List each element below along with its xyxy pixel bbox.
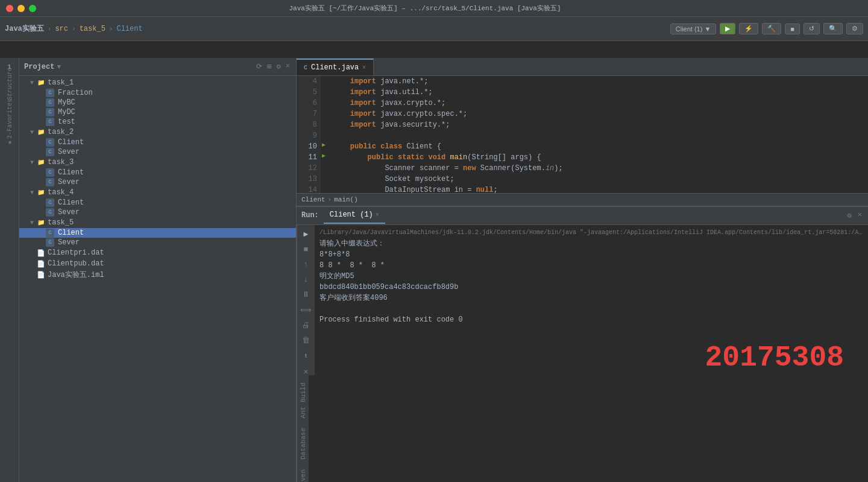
arrow-gutter: ▶ ▶ bbox=[321, 76, 330, 193]
run-up-btn2[interactable]: ⬆ bbox=[302, 349, 310, 363]
collapse-icon[interactable]: ⊞ bbox=[266, 61, 272, 72]
breadcrumb-main: main() bbox=[334, 196, 358, 203]
tree-item-task4[interactable]: ▼ 📁 task_4 bbox=[19, 187, 296, 198]
project-panel-label: Project bbox=[24, 63, 54, 71]
run-play-btn[interactable]: ▶ bbox=[302, 227, 310, 241]
arrow-11: ▶ bbox=[322, 152, 326, 159]
rebuild-button[interactable]: ↺ bbox=[804, 23, 820, 34]
tree-item-task5[interactable]: ▼ 📁 task_5 bbox=[19, 217, 296, 228]
run-pause-btn[interactable]: ⏸ bbox=[300, 288, 312, 301]
tree-item-clientpri[interactable]: 📄 Clientpri.dat bbox=[19, 247, 296, 258]
run-config-dropdown[interactable]: Client (1) ▼ bbox=[670, 24, 717, 34]
folder-icon-task2: 📁 bbox=[36, 127, 46, 137]
tree-item-test[interactable]: C test bbox=[19, 117, 296, 127]
close-button[interactable] bbox=[6, 5, 13, 12]
run-print-btn[interactable]: 🖨 bbox=[300, 319, 312, 332]
code-line-10: public class Client { bbox=[330, 141, 868, 152]
database-tab[interactable]: Database bbox=[298, 423, 309, 465]
project-panel: Project ▼ ⟳ ⊞ ⚙ × ▼ 📁 task_1 bbox=[19, 58, 297, 482]
tree-item-client2[interactable]: C Client bbox=[19, 138, 296, 147]
run-scroll-up-btn[interactable]: ↑ bbox=[302, 258, 310, 271]
sync-icon[interactable]: ⟳ bbox=[255, 61, 263, 72]
title-bar: Java实验五 [~/工作/Java实验五] – .../src/task_5/… bbox=[0, 0, 868, 17]
code-line-4: import java.net.*; bbox=[330, 76, 868, 87]
search-button[interactable]: 🔍 bbox=[823, 23, 843, 34]
run-button[interactable]: ▶ bbox=[720, 23, 735, 34]
debug-button[interactable]: ⚡ bbox=[739, 23, 758, 34]
linenum-11: 11 bbox=[297, 152, 317, 163]
run-content: /Library/Java/JavaVirtualMachines/jdk-11… bbox=[315, 225, 868, 375]
window-controls bbox=[6, 5, 36, 12]
run-clear-btn[interactable]: 🗑 bbox=[300, 334, 312, 347]
tree-item-iml[interactable]: 📄 Java实验五.iml bbox=[19, 269, 296, 281]
tab-bar: C Client.java × bbox=[297, 58, 868, 76]
tree-arrow-task2: ▼ bbox=[29, 129, 35, 136]
linenum-6: 6 bbox=[297, 98, 317, 109]
run-stop-btn[interactable]: ■ bbox=[302, 243, 310, 256]
structure-btn[interactable]: Structure bbox=[4, 78, 15, 89]
java-icon-mydc: C bbox=[46, 108, 54, 116]
tree-item-client5[interactable]: C Client bbox=[19, 228, 296, 238]
run-trash-btn[interactable]: ✕ bbox=[302, 365, 310, 375]
tree-item-client3[interactable]: C Client bbox=[19, 168, 296, 177]
run-tab-close[interactable]: × bbox=[376, 212, 379, 218]
folder-icon-task1: 📁 bbox=[36, 78, 46, 87]
linenum-12: 12 bbox=[297, 163, 317, 174]
tree-item-task2[interactable]: ▼ 📁 task_2 bbox=[19, 127, 296, 138]
project-dropdown[interactable]: ▼ bbox=[57, 63, 61, 71]
tree-item-sever4[interactable]: C Sever bbox=[19, 208, 296, 217]
tree-item-sever3[interactable]: C Sever bbox=[19, 177, 296, 187]
maven-tab[interactable]: Maven bbox=[298, 465, 309, 482]
close-panel-icon[interactable]: × bbox=[285, 61, 291, 72]
tools-button[interactable]: ⚙ bbox=[846, 23, 863, 34]
build-button[interactable]: 🔨 bbox=[762, 23, 781, 34]
folder-icon-task4: 📁 bbox=[36, 188, 46, 197]
tree-label-client4: Client bbox=[58, 198, 84, 207]
linenum-10: 10 bbox=[297, 141, 317, 152]
run-tab-client[interactable]: Client (1) × bbox=[324, 207, 385, 224]
favorites-btn[interactable]: 2-Favorites bbox=[4, 113, 15, 124]
line-numbers: 4 5 6 7 8 9 10 11 12 13 14 15 16 17 bbox=[297, 76, 321, 193]
file-icon-clientpub: 📄 bbox=[36, 259, 46, 268]
settings-icon[interactable]: ⚙ bbox=[275, 61, 282, 72]
run-settings-icon[interactable]: ⚙ bbox=[846, 210, 853, 221]
run-close-icon[interactable]: × bbox=[857, 210, 863, 221]
code-line-6: import javax.crypto.*; bbox=[330, 98, 868, 109]
linenum-5: 5 bbox=[297, 87, 317, 98]
ant-build-tab[interactable]: Ant Build bbox=[298, 378, 309, 423]
maximize-button[interactable] bbox=[29, 5, 36, 12]
run-label: Run: bbox=[301, 211, 319, 220]
right-tabs: Ant Build Database Maven bbox=[297, 375, 309, 482]
tree-item-fraction[interactable]: C Fraction bbox=[19, 88, 296, 98]
tree-label-client2: Client bbox=[58, 138, 84, 147]
window-title: Java实验五 [~/工作/Java实验五] – .../src/task_5/… bbox=[36, 4, 814, 13]
tree-item-client4[interactable]: C Client bbox=[19, 198, 296, 208]
tree-item-task3[interactable]: ▼ 📁 task_3 bbox=[19, 157, 296, 168]
tree-item-task1[interactable]: ▼ 📁 task_1 bbox=[19, 77, 296, 88]
java-icon-client5: C bbox=[46, 229, 54, 237]
code-editor[interactable]: 4 5 6 7 8 9 10 11 12 13 14 15 16 17 bbox=[297, 76, 868, 193]
tab-client-java[interactable]: C Client.java × bbox=[297, 59, 374, 75]
tree-item-mydc[interactable]: C MyDC bbox=[19, 107, 296, 117]
tree-item-clientpub[interactable]: 📄 Clientpub.dat bbox=[19, 258, 296, 269]
tree-item-sever5[interactable]: C Sever bbox=[19, 238, 296, 247]
minimize-button[interactable] bbox=[17, 5, 25, 12]
run-scroll-down-btn[interactable]: ↓ bbox=[302, 273, 310, 286]
file-icon-clientpri: 📄 bbox=[36, 248, 46, 258]
file-tree: ▼ 📁 task_1 C Fraction C MyBC bbox=[19, 76, 296, 482]
code-line-12: Scanner scanner = new Scanner(System.in)… bbox=[330, 163, 868, 174]
linenum-7: 7 bbox=[297, 109, 317, 119]
run-wrap-btn[interactable]: ⟺ bbox=[298, 303, 313, 317]
tree-item-sever2[interactable]: C Sever bbox=[19, 147, 296, 157]
code-line-7: import javax.crypto.spec.*; bbox=[330, 109, 868, 119]
run-panel: Run: Client (1) × ⚙ × ▶ bbox=[297, 206, 868, 375]
tree-arrow-task1: ▼ bbox=[29, 80, 35, 86]
tab-close-btn[interactable]: × bbox=[362, 65, 366, 71]
java-icon-test: C bbox=[46, 118, 54, 126]
java-icon-client3: C bbox=[46, 168, 54, 177]
tree-label-sever4: Sever bbox=[58, 208, 80, 217]
code-content[interactable]: import java.net.*; import java.util.*; i… bbox=[330, 76, 868, 193]
java-icon-mybc: C bbox=[46, 98, 54, 107]
tree-item-mybc[interactable]: C MyBC bbox=[19, 98, 296, 107]
stop-button[interactable]: ■ bbox=[785, 24, 800, 34]
